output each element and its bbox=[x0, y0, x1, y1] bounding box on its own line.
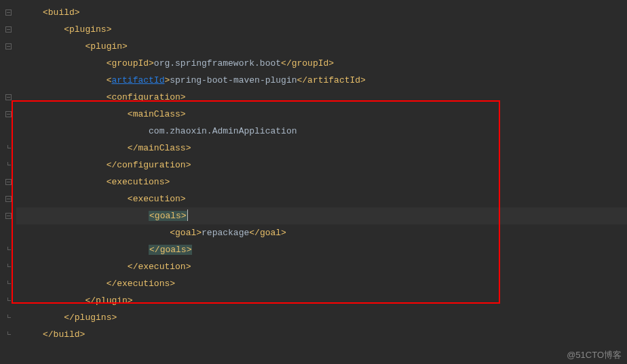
xml-tag: </executions> bbox=[107, 279, 175, 289]
gutter bbox=[0, 0, 16, 364]
xml-tag: <mainClass> bbox=[128, 109, 186, 119]
code-editor[interactable]: <build> <plugins> <plugin> <groupId>org.… bbox=[0, 0, 627, 364]
gutter-fold-icon bbox=[0, 72, 16, 89]
xml-text: com.zhaoxin.AdminApplication bbox=[149, 126, 297, 136]
code-line[interactable]: <groupId>org.springframework.boot</group… bbox=[16, 55, 627, 72]
code-line[interactable]: <execution> bbox=[16, 190, 627, 207]
code-line[interactable]: com.zhaoxin.AdminApplication bbox=[16, 123, 627, 140]
xml-tag: <goals> bbox=[149, 211, 187, 221]
gutter-fold-icon[interactable] bbox=[0, 190, 16, 207]
code-line[interactable]: <mainClass> bbox=[16, 106, 627, 123]
code-line[interactable]: <plugin> bbox=[16, 38, 627, 55]
xml-tag: <plugin> bbox=[85, 41, 127, 52]
xml-tag: </goal> bbox=[249, 228, 286, 238]
gutter-fold-icon[interactable] bbox=[0, 174, 16, 190]
xml-text: repackage bbox=[202, 228, 249, 238]
xml-text: spring-boot-maven-plugin bbox=[170, 75, 297, 85]
xml-tag: </execution> bbox=[128, 262, 191, 272]
gutter-fold-icon[interactable] bbox=[0, 207, 16, 224]
xml-tag: <build> bbox=[43, 7, 80, 18]
xml-tag: <plugins> bbox=[64, 24, 111, 35]
xml-tag: <execution> bbox=[128, 194, 186, 204]
xml-tag: </groupId> bbox=[281, 58, 334, 68]
code-area[interactable]: <build> <plugins> <plugin> <groupId>org.… bbox=[16, 0, 627, 364]
xml-tag: </artifactId> bbox=[297, 75, 366, 85]
gutter-fold-icon bbox=[0, 123, 16, 140]
gutter-fold-icon[interactable] bbox=[0, 157, 16, 174]
code-line[interactable]: <plugins> bbox=[16, 21, 627, 38]
code-line[interactable]: <build> bbox=[16, 4, 627, 21]
gutter-fold-icon[interactable] bbox=[0, 275, 16, 292]
code-line[interactable]: </execution> bbox=[16, 258, 627, 275]
code-line[interactable]: <goal>repackage</goal> bbox=[16, 224, 627, 241]
code-line[interactable]: </executions> bbox=[16, 275, 627, 292]
gutter-fold-icon[interactable] bbox=[0, 106, 16, 123]
gutter-fold-icon[interactable] bbox=[0, 38, 16, 55]
code-line[interactable]: <artifactId>spring-boot-maven-plugin</ar… bbox=[16, 72, 627, 89]
xml-tag: <groupId> bbox=[107, 58, 154, 68]
xml-tag-link: artifactId bbox=[111, 75, 164, 85]
gutter-fold-icon[interactable] bbox=[0, 326, 16, 343]
gutter-fold-icon bbox=[0, 224, 16, 241]
gutter-fold-icon[interactable] bbox=[0, 89, 16, 106]
code-line[interactable]: <goals> bbox=[16, 207, 627, 224]
gutter-fold-icon[interactable] bbox=[0, 258, 16, 275]
xml-tag: <goal> bbox=[170, 228, 202, 238]
xml-tag: </mainClass> bbox=[128, 143, 191, 153]
gutter-fold-icon[interactable] bbox=[0, 21, 16, 38]
xml-tag: <executions> bbox=[107, 177, 170, 187]
code-line[interactable]: </build> bbox=[16, 326, 627, 343]
gutter-fold-icon[interactable] bbox=[0, 4, 16, 21]
code-line[interactable]: </goals> bbox=[16, 241, 627, 258]
code-line[interactable]: <configuration> bbox=[16, 89, 627, 106]
code-line[interactable]: </configuration> bbox=[16, 157, 627, 174]
code-line[interactable]: </plugins> bbox=[16, 309, 627, 326]
gutter-fold-icon[interactable] bbox=[0, 241, 16, 258]
code-line[interactable]: </plugin> bbox=[16, 292, 627, 309]
watermark-text: @51CTO博客 bbox=[567, 349, 622, 361]
xml-tag: </goals> bbox=[149, 245, 192, 255]
xml-text: org.springframework.boot bbox=[154, 58, 281, 68]
code-line[interactable]: <executions> bbox=[16, 174, 627, 190]
xml-tag: </plugin> bbox=[85, 296, 132, 306]
code-line[interactable]: </mainClass> bbox=[16, 140, 627, 157]
text-cursor bbox=[187, 209, 188, 221]
xml-tag: </plugins> bbox=[64, 312, 117, 323]
xml-tag: <configuration> bbox=[107, 92, 186, 102]
gutter-fold-icon[interactable] bbox=[0, 309, 16, 326]
gutter-fold-icon[interactable] bbox=[0, 140, 16, 157]
xml-tag: </build> bbox=[43, 329, 85, 340]
gutter-fold-icon[interactable] bbox=[0, 292, 16, 309]
gutter-fold-icon bbox=[0, 55, 16, 72]
xml-tag: </configuration> bbox=[107, 160, 191, 170]
